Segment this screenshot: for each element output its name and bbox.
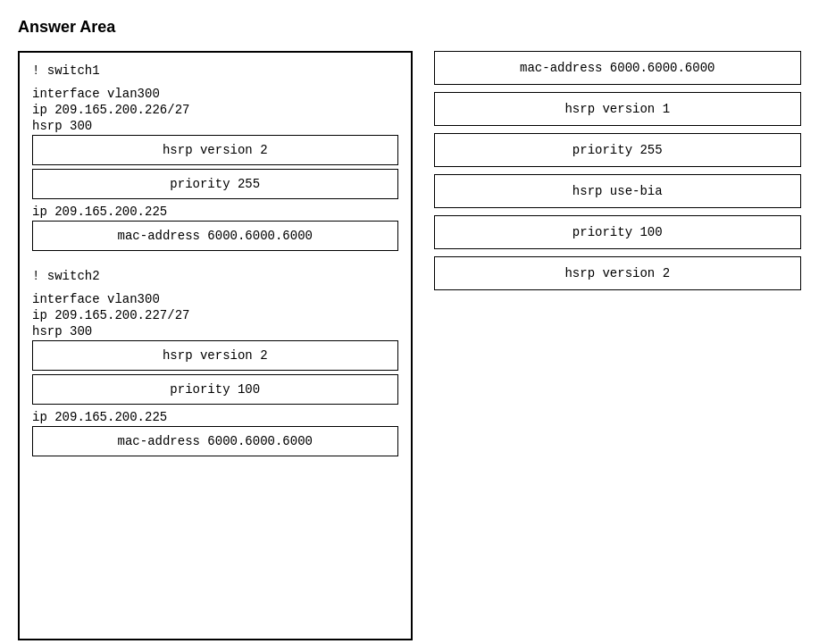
switch2-line-2: ip 209.165.200.227/27: [32, 308, 398, 322]
switch1-comment: ! switch1: [32, 63, 398, 78]
switch1-ip-line: ip 209.165.200.225: [32, 205, 398, 219]
switch2-line-1: interface vlan300: [32, 292, 398, 306]
right-item-2[interactable]: priority 255: [434, 133, 801, 167]
page-title: Answer Area: [18, 18, 801, 37]
right-item-3[interactable]: hsrp use-bia: [434, 174, 801, 208]
right-panel: mac-address 6000.6000.6000 hsrp version …: [434, 51, 801, 290]
switch2-drag-item-1[interactable]: hsrp version 2: [32, 340, 398, 371]
switch2-ip-line: ip 209.165.200.225: [32, 410, 398, 424]
switch1-line-1: interface vlan300: [32, 87, 398, 101]
right-item-0[interactable]: mac-address 6000.6000.6000: [434, 51, 801, 85]
switch1-line-2: ip 209.165.200.226/27: [32, 103, 398, 117]
switch1-drag-item-3[interactable]: mac-address 6000.6000.6000: [32, 221, 398, 251]
right-item-1[interactable]: hsrp version 1: [434, 92, 801, 126]
right-item-4[interactable]: priority 100: [434, 215, 801, 249]
right-item-5[interactable]: hsrp version 2: [434, 256, 801, 290]
switch1-drag-item-2[interactable]: priority 255: [32, 169, 398, 199]
switch2-line-3: hsrp 300: [32, 324, 398, 339]
switch1-drag-item-1[interactable]: hsrp version 2: [32, 135, 398, 165]
answer-area-box: ! switch1 interface vlan300 ip 209.165.2…: [18, 51, 413, 640]
switch2-comment: ! switch2: [32, 269, 398, 283]
switch2-drag-item-2[interactable]: priority 100: [32, 374, 398, 405]
switch1-line-3: hsrp 300: [32, 119, 398, 133]
switch2-drag-item-3[interactable]: mac-address 6000.6000.6000: [32, 426, 398, 456]
